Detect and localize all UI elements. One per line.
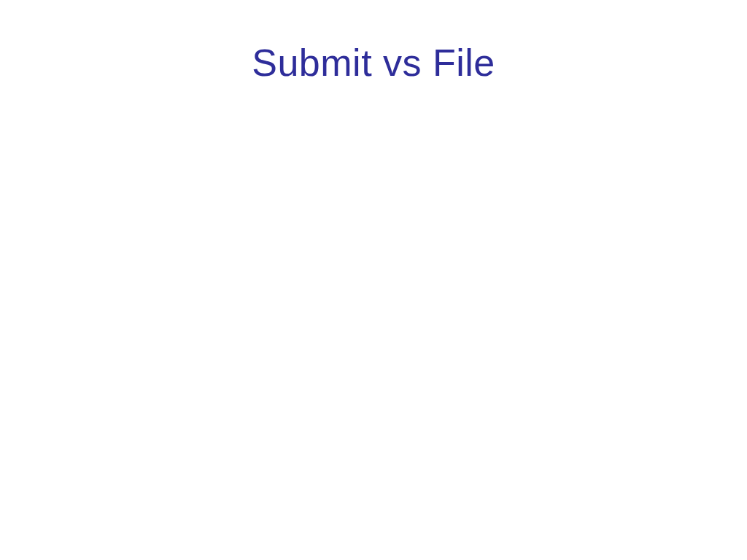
slide-title: Submit vs File (0, 41, 747, 85)
slide-container: Submit vs File (0, 0, 747, 560)
